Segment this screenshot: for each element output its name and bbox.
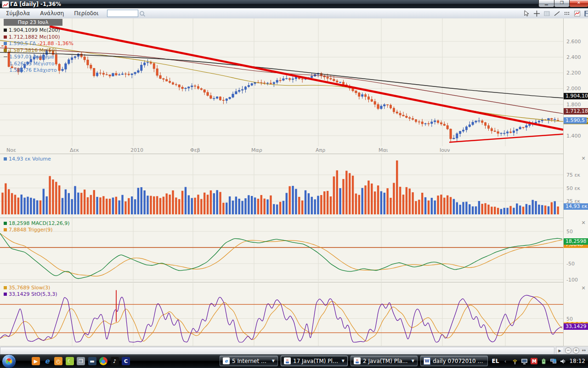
search-icon[interactable]: [139, 10, 146, 19]
taskbar-button-3[interactable]: Wdaily 07072010 - ...: [420, 356, 488, 366]
price-tick: 2.000: [566, 86, 581, 92]
m-app-icon[interactable]: M: [531, 358, 537, 364]
legend-change-text: -21,88 -1,36%: [38, 40, 74, 46]
legend-text: 1.626,95 Μέγιστο: [9, 61, 54, 67]
volume-tick: 75 εκ: [566, 172, 580, 178]
chart-icon[interactable]: [573, 10, 581, 17]
taskbar-button-label: 5 Internet Explorer: [232, 358, 270, 364]
slow-legend: 35,7689 Slow(3): [4, 285, 50, 291]
panel-separator: [0, 282, 588, 282]
trendline-icon[interactable]: [553, 10, 561, 17]
legend-text: 1.590,5 ΓΔ: [9, 40, 36, 46]
minimize-button[interactable]: ▁: [538, 0, 554, 7]
price-chart-canvas[interactable]: [0, 18, 563, 146]
volume-chart-canvas[interactable]: [0, 154, 563, 217]
toolbar-icons: [523, 9, 588, 17]
chevron-down-icon[interactable]: ▼: [412, 359, 414, 363]
chevron-down-icon[interactable]: ▼: [342, 359, 345, 363]
language-indicator[interactable]: EL: [492, 358, 499, 364]
display-icon[interactable]: ▬: [88, 357, 96, 365]
restore-button[interactable]: ❐: [554, 0, 570, 7]
price-legend-row-5: 1.626,95 Μέγιστο: [4, 61, 54, 67]
symbol-search-input[interactable]: [107, 10, 138, 17]
menu-item-0[interactable]: Σύμβολα: [1, 10, 35, 17]
legend-text: 1.712,1882 Με(100): [9, 34, 60, 40]
windows-logo-icon: [5, 357, 13, 365]
close-button[interactable]: ✕: [569, 0, 588, 7]
taskbar: ▶e◴☾❐▬●♪C e5 Internet Explorer▼17 Java(T…: [0, 354, 588, 368]
green-app-icon[interactable]: ☾: [66, 357, 74, 365]
internet-explorer-icon[interactable]: e: [43, 357, 51, 365]
panel-separator: [0, 154, 588, 154]
volume-swatch: [4, 157, 7, 161]
price-legend-row-1: 1.712,1882 Με(100): [4, 34, 60, 40]
java-icon: [284, 357, 291, 364]
app-icon: [2, 1, 9, 8]
collapse-tray-icon[interactable]: ‹: [502, 358, 509, 364]
macd-chart-canvas[interactable]: [0, 218, 563, 282]
pointer-icon[interactable]: [523, 10, 531, 17]
dotted-rows-icon[interactable]: [563, 10, 571, 17]
power-icon[interactable]: [540, 358, 547, 364]
legend-swatch: [4, 42, 7, 45]
cursor-date-label: Παρ 23 Ιουλ: [4, 19, 62, 26]
window-switcher-icon[interactable]: ❐: [77, 357, 85, 365]
menu-item-2[interactable]: Περίοδοι: [69, 10, 103, 17]
legend-text: 1.904,1099 Με(200): [9, 27, 60, 33]
price-legend-row-3: 1.587,3816 Με(50): [4, 47, 57, 53]
curve-app-icon[interactable]: C: [122, 357, 130, 365]
x-axis-label: Μαι: [379, 147, 388, 153]
ie-icon: e: [223, 357, 230, 364]
title-bar: ΓΔ [daily] -1,36% ▁ ❐ ✕: [0, 0, 588, 8]
menu-item-1[interactable]: Ανάλυση: [35, 10, 69, 17]
chrome-icon[interactable]: ●: [99, 357, 107, 365]
close-macd-panel-icon[interactable]: ✕: [581, 220, 586, 226]
wireless-icon[interactable]: [511, 358, 518, 364]
volume-icon[interactable]: [560, 358, 566, 364]
macd-tick: -100: [566, 277, 578, 283]
sto-legend: 33,1429 StO(5,3,3): [4, 291, 57, 297]
price-tick: 1.400: [566, 133, 581, 139]
axis-price-tag: 14,93 εκ: [564, 203, 588, 210]
zoom-in-button[interactable]: +: [573, 347, 579, 354]
volume-legend: 14,93 εκ Volume: [4, 156, 51, 162]
price-tick: 2.400: [566, 54, 581, 60]
close-volume-panel-icon[interactable]: ✕: [581, 156, 586, 161]
taskbar-clock[interactable]: 18:12: [569, 358, 585, 364]
fit-width-icon[interactable]: ↔: [581, 348, 587, 353]
desktop: ΓΔ [daily] -1,36% ▁ ❐ ✕ ΣύμβολαΑνάλυσηΠε…: [0, 0, 588, 368]
music-icon[interactable]: ♪: [111, 357, 119, 365]
taskbar-button-1[interactable]: 17 Java(TM) Pla...▼: [281, 356, 348, 366]
taskbar-button-label: 2 Java(TM) Platf...: [363, 358, 409, 364]
price-tick: 2.200: [566, 70, 581, 76]
chevron-down-icon[interactable]: ▼: [272, 359, 275, 363]
taskbar-button-0[interactable]: e5 Internet Explorer▼: [220, 356, 278, 366]
start-button[interactable]: [2, 354, 16, 368]
zoom-out-button[interactable]: −: [565, 347, 571, 354]
zoom-controls: − + ↔: [563, 346, 588, 354]
network-icon[interactable]: [550, 358, 557, 364]
axis-price-tag: 1.590,5: [564, 117, 587, 124]
display-settings-icon[interactable]: [521, 358, 528, 364]
crosshair-icon[interactable]: [533, 10, 541, 17]
time-scrollbar[interactable]: ▶: [0, 346, 563, 355]
media-player-icon[interactable]: ▶: [32, 357, 40, 365]
legend-text: 1.587,3816 Με(50): [9, 47, 57, 53]
price-legend-row-6: 1.585,76 Ελάχιστο: [4, 67, 57, 73]
stochastic-chart-canvas[interactable]: [0, 283, 563, 346]
close-stoch-panel-icon[interactable]: ✕: [581, 286, 586, 291]
x-axis-label: Μαρ: [251, 147, 262, 153]
taskbar-button-2[interactable]: 2 Java(TM) Platf...▼: [351, 356, 418, 366]
clock-icon[interactable]: ◴: [54, 357, 62, 365]
axis-price-tag: 18,2598: [564, 238, 588, 245]
macd-tick: 50: [566, 229, 573, 235]
save-icon[interactable]: [583, 10, 588, 17]
macd-legend: 18,2598 MACD(12,26,9): [4, 220, 70, 226]
grid-icon[interactable]: [543, 10, 551, 17]
sto-swatch: [4, 293, 7, 296]
trigger-swatch: [4, 228, 7, 231]
axis-price-tag: 1.712,188: [564, 108, 588, 115]
macd-tick: -50: [566, 261, 575, 267]
legend-swatch: [4, 29, 7, 32]
legend-text: 1.597,01 Άνοιγμα: [9, 54, 54, 60]
